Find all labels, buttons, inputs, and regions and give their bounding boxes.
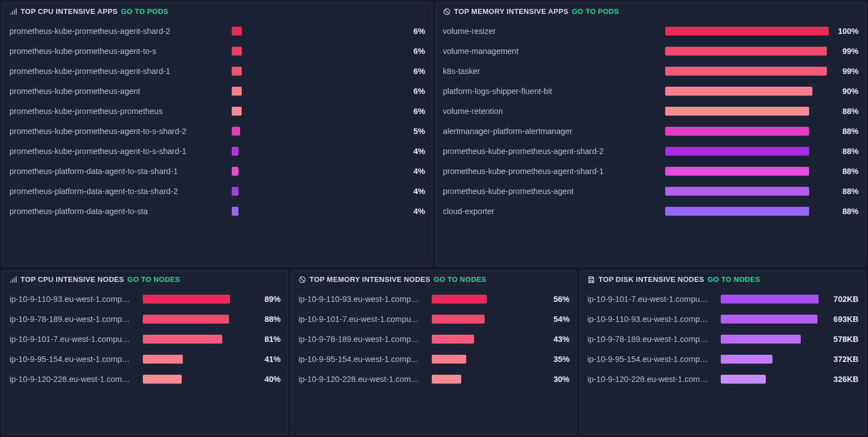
list-item[interactable]: ip-10-9-101-7.eu-west-1.compu…54% (298, 309, 570, 329)
go-to-nodes-link[interactable]: GO TO NODES (127, 275, 180, 284)
list-item[interactable]: ip-10-9-101-7.eu-west-1.compu…81% (9, 329, 281, 349)
list-item[interactable]: prometheus-platform-data-agent-to-sta4% (9, 201, 425, 221)
list-item[interactable]: prometheus-kube-prometheus-agent6% (9, 81, 425, 101)
list-item[interactable]: volume-retention88% (443, 101, 859, 121)
item-name: k8s-tasker (443, 67, 665, 76)
bar-fill (665, 87, 812, 96)
list-item[interactable]: alertmanager-platform-alertmanager88% (443, 121, 859, 141)
item-name: prometheus-kube-prometheus-agent (9, 87, 232, 96)
rows-disk-nodes: ip-10-9-101-7.eu-west-1.compu…702KBip-10… (581, 288, 865, 395)
panel-mem-nodes: TOP MEMORY INTENSIVE NODES GO TO NODES i… (291, 270, 577, 435)
item-value: 41% (241, 355, 281, 364)
panel-title: TOP MEMORY INTENSIVE APPS (454, 7, 568, 16)
bar-fill (721, 335, 801, 344)
item-value: 88% (829, 127, 859, 136)
bar-fill (721, 295, 819, 304)
list-item[interactable]: prometheus-platform-data-agent-to-sta-sh… (9, 161, 425, 181)
item-value: 99% (829, 67, 859, 76)
item-name: ip-10-9-78-189.eu-west-1.comp… (9, 315, 143, 324)
bar-fill (665, 107, 809, 116)
item-value: 326KB (819, 375, 859, 384)
list-item[interactable]: ip-10-9-95-154.eu-west-1.comp…41% (9, 349, 281, 369)
list-item[interactable]: prometheus-platform-data-agent-to-sta-sh… (9, 181, 425, 201)
list-item[interactable]: ip-10-9-78-189.eu-west-1.comp…43% (298, 329, 570, 349)
item-name: prometheus-kube-prometheus-agent-shard-1 (443, 167, 665, 176)
list-item[interactable]: cloud-exporter88% (443, 201, 859, 221)
bar-track (232, 127, 395, 136)
list-item[interactable]: ip-10-9-95-154.eu-west-1.comp…372KB (587, 349, 859, 369)
bar-track (665, 87, 829, 96)
bar-fill (432, 315, 485, 324)
go-to-pods-link[interactable]: GO TO PODS (121, 7, 168, 16)
go-to-nodes-link[interactable]: GO TO NODES (707, 275, 760, 284)
signal-icon (9, 8, 17, 16)
list-item[interactable]: ip-10-9-120-228.eu-west-1.com…30% (298, 369, 570, 389)
list-item[interactable]: prometheus-kube-prometheus-agent-shard-2… (443, 141, 859, 161)
bar-track (665, 127, 829, 136)
item-value: 5% (395, 127, 425, 136)
bar-track (232, 87, 395, 96)
item-name: ip-10-9-95-154.eu-west-1.comp… (587, 355, 721, 364)
list-item[interactable]: prometheus-kube-prometheus-agent88% (443, 181, 859, 201)
bar-track (232, 207, 395, 216)
bar-fill (721, 375, 766, 384)
list-item[interactable]: ip-10-9-95-154.eu-west-1.comp…35% (298, 349, 570, 369)
list-item[interactable]: prometheus-kube-prometheus-agent-shard-2… (9, 21, 425, 41)
bar-fill (232, 127, 240, 136)
bar-fill (232, 207, 238, 216)
list-item[interactable]: k8s-tasker99% (443, 61, 859, 81)
list-item[interactable]: volume-resizer100% (443, 21, 859, 41)
list-item[interactable]: ip-10-9-101-7.eu-west-1.compu…702KB (587, 289, 859, 309)
item-name: ip-10-9-120-228.eu-west-1.com… (9, 375, 143, 384)
list-item[interactable]: ip-10-9-110-93.eu-west-1.comp…693KB (587, 309, 859, 329)
go-to-pods-link[interactable]: GO TO PODS (572, 7, 619, 16)
panel-mem-apps: TOP MEMORY INTENSIVE APPS GO TO PODS vol… (436, 2, 866, 267)
list-item[interactable]: prometheus-kube-prometheus-agent-to-s6% (9, 41, 425, 61)
item-value: 88% (241, 315, 281, 324)
list-item[interactable]: volume-management99% (443, 41, 859, 61)
item-value: 89% (241, 295, 281, 304)
item-value: 4% (395, 187, 425, 196)
list-item[interactable]: ip-10-9-78-189.eu-west-1.comp…88% (9, 309, 281, 329)
bar-track (432, 315, 530, 324)
list-item[interactable]: prometheus-kube-prometheus-agent-to-s-sh… (9, 121, 425, 141)
list-item[interactable]: ip-10-9-110-93.eu-west-1.comp…56% (298, 289, 570, 309)
list-item[interactable]: prometheus-kube-prometheus-agent-shard-1… (443, 161, 859, 181)
panel-header: TOP CPU INTENSIVE APPS GO TO PODS (3, 3, 432, 20)
bar-track (232, 147, 395, 156)
list-item[interactable]: prometheus-kube-prometheus-agent-shard-1… (9, 61, 425, 81)
item-value: 88% (829, 207, 859, 216)
list-item[interactable]: platform-logs-shipper-fluent-bit90% (443, 81, 859, 101)
item-name: ip-10-9-120-228.eu-west-1.com… (298, 375, 432, 384)
item-name: ip-10-9-120-228.eu-west-1.com… (587, 375, 721, 384)
panel-disk-nodes: TOP DISK INTENSIVE NODES GO TO NODES ip-… (580, 270, 866, 435)
bar-fill (232, 187, 238, 196)
item-name: volume-resizer (443, 27, 665, 36)
bar-fill (232, 167, 238, 176)
list-item[interactable]: prometheus-kube-prometheus-agent-to-s-sh… (9, 141, 425, 161)
item-name: ip-10-9-110-93.eu-west-1.comp… (298, 295, 432, 304)
panel-cpu-apps: TOP CPU INTENSIVE APPS GO TO PODS promet… (2, 2, 432, 267)
item-name: ip-10-9-78-189.eu-west-1.comp… (298, 335, 432, 344)
bar-fill (232, 87, 242, 96)
list-item[interactable]: ip-10-9-120-228.eu-west-1.com…40% (9, 369, 281, 389)
item-value: 35% (530, 355, 570, 364)
item-value: 99% (829, 47, 859, 56)
item-name: platform-logs-shipper-fluent-bit (443, 87, 665, 96)
go-to-nodes-link[interactable]: GO TO NODES (434, 275, 487, 284)
list-item[interactable]: ip-10-9-110-93.eu-west-1.comp…89% (9, 289, 281, 309)
bar-fill (665, 127, 809, 136)
item-name: prometheus-kube-prometheus-agent (443, 187, 665, 196)
item-value: 6% (395, 107, 425, 116)
item-value: 4% (395, 167, 425, 176)
item-value: 100% (829, 27, 859, 36)
list-item[interactable]: prometheus-kube-prometheus-prometheus6% (9, 101, 425, 121)
list-item[interactable]: ip-10-9-78-189.eu-west-1.comp…578KB (587, 329, 859, 349)
item-value: 30% (530, 375, 570, 384)
item-value: 6% (395, 27, 425, 36)
item-name: cloud-exporter (443, 207, 665, 216)
list-item[interactable]: ip-10-9-120-228.eu-west-1.com…326KB (587, 369, 859, 389)
bar-fill (143, 295, 230, 304)
panel-title: TOP CPU INTENSIVE NODES (21, 275, 124, 284)
item-name: ip-10-9-95-154.eu-west-1.comp… (9, 355, 143, 364)
